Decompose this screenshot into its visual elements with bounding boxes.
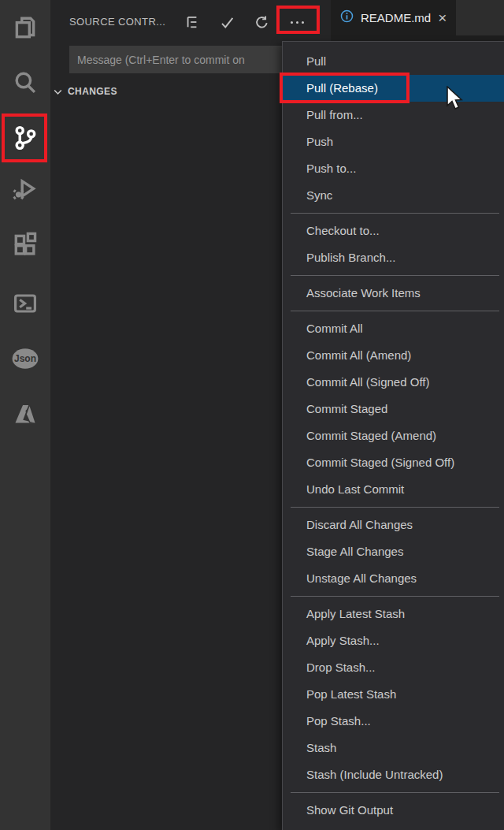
list-tree-icon <box>185 15 199 29</box>
check-icon <box>220 15 235 30</box>
menu-item-unstage-all-changes[interactable]: Unstage All Changes <box>283 565 504 592</box>
more-actions-icon <box>291 21 304 24</box>
changes-section-label: CHANGES <box>68 86 117 97</box>
sidebar-item-powershell[interactable] <box>6 285 44 322</box>
menu-item-checkout-to[interactable]: Checkout to... <box>283 218 504 244</box>
menu-item-commit-all[interactable]: Commit All <box>283 315 504 342</box>
menu-item-associate-work-items[interactable]: Associate Work Items <box>283 280 504 307</box>
menu-item-publish-branch[interactable]: Publish Branch... <box>283 244 504 271</box>
sidebar-item-source-control[interactable] <box>6 119 44 157</box>
menu-item-apply-stash[interactable]: Apply Stash... <box>283 627 504 654</box>
commit-button[interactable] <box>215 10 239 34</box>
menu-item-commit-all-amend[interactable]: Commit All (Amend) <box>283 342 504 369</box>
close-icon[interactable]: × <box>438 10 447 25</box>
menu-item-pull-rebase[interactable]: Pull (Rebase) <box>283 75 504 102</box>
extensions-icon <box>12 231 39 258</box>
tab-label: README.md <box>361 11 431 24</box>
sidebar-item-run-debug[interactable] <box>6 170 44 208</box>
menu-item-show-git-output[interactable]: Show Git Output <box>283 797 504 824</box>
json-icon: Json <box>10 345 40 372</box>
tab-bar: README.md × <box>331 0 504 35</box>
powershell-icon <box>13 291 38 316</box>
sidebar-item-search[interactable] <box>6 64 44 102</box>
files-icon <box>12 14 39 41</box>
activity-bar: Json <box>0 0 50 830</box>
menu-item-pop-stash[interactable]: Pop Stash... <box>283 708 504 735</box>
menu-item-commit-staged[interactable]: Commit Staged <box>283 396 504 422</box>
json-badge-text: Json <box>14 353 36 364</box>
run-debug-icon <box>12 176 39 203</box>
menu-item-push[interactable]: Push <box>283 128 504 155</box>
menu-item-pull[interactable]: Pull <box>283 48 504 75</box>
sidebar-item-explorer[interactable] <box>6 9 44 47</box>
sidebar-item-extensions[interactable] <box>6 225 44 263</box>
menu-separator <box>291 311 499 311</box>
menu-item-pull-from[interactable]: Pull from... <box>283 102 504 128</box>
menu-item-stash-include-untracked[interactable]: Stash (Include Untracked) <box>283 761 504 788</box>
menu-separator <box>291 792 499 793</box>
chevron-down-icon <box>54 84 62 99</box>
changes-section-header[interactable]: CHANGES <box>54 82 117 101</box>
menu-item-pop-latest-stash[interactable]: Pop Latest Stash <box>283 681 504 708</box>
menu-item-sync[interactable]: Sync <box>283 182 504 209</box>
menu-item-discard-all-changes[interactable]: Discard All Changes <box>283 512 504 538</box>
view-as-tree-button[interactable] <box>180 10 204 34</box>
sidebar-item-json[interactable]: Json <box>6 340 44 378</box>
azure-icon <box>12 400 39 427</box>
menu-item-push-to[interactable]: Push to... <box>283 155 504 182</box>
refresh-icon <box>254 15 269 30</box>
context-menu: PullPull (Rebase)Pull from...PushPush to… <box>282 41 504 830</box>
menu-separator <box>291 596 499 597</box>
menu-separator <box>291 507 499 508</box>
more-actions-button[interactable] <box>285 10 309 34</box>
panel-title: SOURCE CONTR... <box>69 16 165 28</box>
tab-readme[interactable]: README.md × <box>331 0 456 35</box>
menu-item-commit-staged-signed-off[interactable]: Commit Staged (Signed Off) <box>283 449 504 476</box>
menu-separator <box>291 275 499 276</box>
menu-item-commit-staged-amend[interactable]: Commit Staged (Amend) <box>283 422 504 449</box>
menu-item-drop-stash[interactable]: Drop Stash... <box>283 654 504 681</box>
menu-item-commit-all-signed-off[interactable]: Commit All (Signed Off) <box>283 369 504 396</box>
menu-item-undo-last-commit[interactable]: Undo Last Commit <box>283 476 504 503</box>
search-icon <box>12 69 39 96</box>
menu-item-apply-latest-stash[interactable]: Apply Latest Stash <box>283 601 504 627</box>
menu-separator <box>291 213 499 214</box>
sidebar-item-azure[interactable] <box>6 395 44 433</box>
menu-item-stash[interactable]: Stash <box>283 735 504 761</box>
source-control-icon <box>12 125 39 151</box>
refresh-button[interactable] <box>250 10 273 34</box>
menu-item-stage-all-changes[interactable]: Stage All Changes <box>283 538 504 565</box>
info-icon[interactable] <box>340 9 354 26</box>
